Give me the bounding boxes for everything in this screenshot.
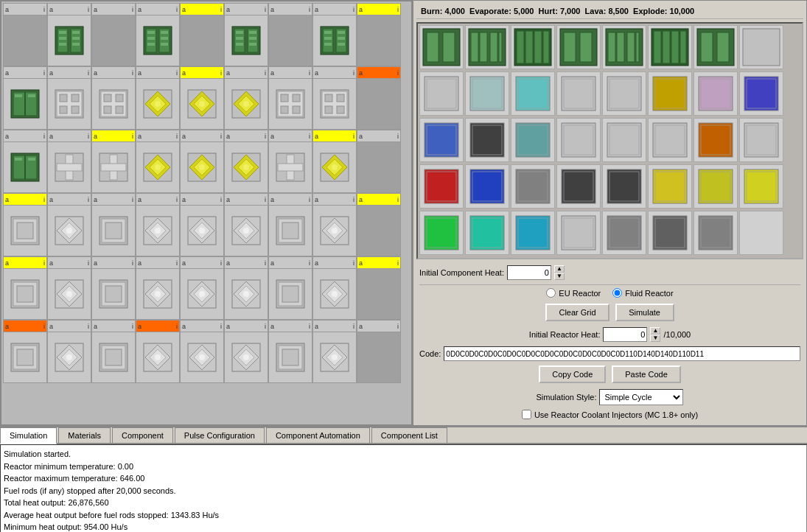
reactor-cell-4-3[interactable]: a i (136, 256, 180, 320)
reactor-cell-3-4[interactable]: a i (180, 193, 224, 256)
reactor-cell-0-1[interactable]: a i (47, 3, 91, 66)
palette-item-1-6[interactable] (694, 71, 738, 116)
reactor-heat-input[interactable] (603, 327, 647, 342)
palette-item-2-0[interactable] (419, 118, 464, 162)
clear-grid-button[interactable]: Clear Grid (545, 304, 609, 321)
palette-item-4-2[interactable] (511, 211, 555, 255)
tab-materials[interactable]: Materials (58, 427, 111, 443)
reactor-cell-2-1[interactable]: a i (47, 130, 91, 193)
coolant-checkbox[interactable] (522, 410, 531, 419)
palette-item-1-3[interactable] (556, 71, 601, 116)
palette-item-2-4[interactable] (602, 118, 646, 162)
palette-item-0-0[interactable] (419, 25, 464, 69)
reactor-cell-3-0[interactable]: a i (3, 193, 47, 256)
reactor-cell-5-5[interactable]: a i (224, 320, 268, 383)
reactor-cell-5-3[interactable]: a i (136, 320, 180, 383)
palette-item-4-1[interactable] (465, 211, 509, 255)
palette-item-2-5[interactable] (648, 118, 692, 162)
palette-item-3-7[interactable] (739, 164, 783, 209)
palette-item-2-2[interactable] (511, 118, 555, 162)
palette-item-2-6[interactable] (694, 118, 738, 162)
reactor-cell-4-1[interactable]: a i (47, 256, 91, 320)
reactor-cell-1-7[interactable]: a i (312, 66, 357, 130)
reactor-cell-2-0[interactable]: a i (3, 130, 47, 193)
reactor-heat-spinner-up[interactable]: ▲ (650, 327, 660, 335)
palette-item-4-6[interactable] (694, 211, 738, 255)
reactor-cell-4-8[interactable]: a i (357, 256, 401, 320)
copy-code-button[interactable]: Copy Code (539, 365, 606, 383)
eu-reactor-label[interactable]: EU Reactor (546, 288, 601, 298)
palette-item-2-3[interactable] (556, 118, 601, 162)
reactor-cell-2-5[interactable]: a i (224, 130, 268, 193)
palette-item-3-6[interactable] (694, 164, 738, 209)
reactor-cell-1-2[interactable]: a i (91, 66, 136, 130)
reactor-cell-5-6[interactable]: a i (268, 320, 312, 383)
reactor-cell-2-3[interactable]: a i (136, 130, 180, 193)
reactor-cell-3-5[interactable]: a i (224, 193, 268, 256)
fluid-reactor-label[interactable]: Fluid Reactor (612, 288, 673, 298)
palette-item-1-5[interactable] (648, 71, 692, 116)
reactor-cell-3-7[interactable]: a i (312, 193, 357, 256)
reactor-cell-4-5[interactable]: a i (224, 256, 268, 320)
heat-spinner-up[interactable]: ▲ (554, 265, 565, 273)
palette-item-4-5[interactable] (648, 211, 692, 255)
palette-item-1-2[interactable] (511, 71, 555, 116)
reactor-heat-spinner-down[interactable]: ▼ (650, 335, 660, 342)
code-input[interactable] (444, 346, 800, 361)
reactor-cell-2-7[interactable]: a i (312, 130, 357, 193)
tab-simulation[interactable]: Simulation (0, 427, 57, 444)
reactor-cell-3-8[interactable]: a i (357, 193, 401, 256)
reactor-cell-0-5[interactable]: a i (224, 3, 268, 66)
reactor-cell-4-4[interactable]: a i (180, 256, 224, 320)
palette-item-0-2[interactable] (511, 25, 555, 69)
reactor-cell-1-3[interactable]: a i (136, 66, 180, 130)
reactor-cell-2-8[interactable]: a i (357, 130, 401, 193)
reactor-cell-1-0[interactable]: a i (3, 66, 47, 130)
palette-item-0-7[interactable] (739, 25, 783, 69)
tab-component-list[interactable]: Component List (371, 427, 447, 443)
reactor-cell-3-3[interactable]: a i (136, 193, 180, 256)
reactor-cell-3-6[interactable]: a i (268, 193, 312, 256)
palette-item-0-3[interactable] (556, 25, 601, 69)
palette-item-0-5[interactable] (648, 25, 692, 69)
reactor-cell-3-1[interactable]: a i (47, 193, 91, 256)
reactor-cell-0-3[interactable]: a i (136, 3, 180, 66)
reactor-cell-4-0[interactable]: a i (3, 256, 47, 320)
palette-item-3-2[interactable] (511, 164, 555, 209)
reactor-cell-0-0[interactable]: a i (3, 3, 47, 66)
reactor-cell-5-8[interactable]: a i (357, 320, 401, 383)
reactor-cell-0-4[interactable]: a i (180, 3, 224, 66)
reactor-cell-1-5[interactable]: a i (224, 66, 268, 130)
palette-item-1-7[interactable] (739, 71, 783, 116)
palette-item-2-7[interactable] (739, 118, 783, 162)
reactor-cell-4-7[interactable]: a i (312, 256, 357, 320)
reactor-cell-4-2[interactable]: a i (91, 256, 136, 320)
reactor-cell-2-6[interactable]: a i (268, 130, 312, 193)
palette-item-0-6[interactable] (694, 25, 738, 69)
initial-heat-input[interactable] (507, 265, 551, 280)
reactor-cell-0-8[interactable]: a i (357, 3, 401, 66)
palette-item-0-4[interactable] (602, 25, 646, 69)
reactor-cell-1-1[interactable]: a i (47, 66, 91, 130)
reactor-cell-5-7[interactable]: a i (312, 320, 357, 383)
reactor-cell-0-7[interactable]: a i (312, 3, 357, 66)
tab-component[interactable]: Component (112, 427, 173, 443)
paste-code-button[interactable]: Paste Code (612, 365, 680, 383)
reactor-cell-2-4[interactable]: a i (180, 130, 224, 193)
palette-item-0-1[interactable] (465, 25, 509, 69)
palette-item-4-0[interactable] (419, 211, 464, 255)
palette-item-2-1[interactable] (465, 118, 509, 162)
reactor-cell-5-2[interactable]: a i (91, 320, 136, 383)
eu-reactor-radio[interactable] (546, 288, 556, 298)
palette-item-4-4[interactable] (602, 211, 646, 255)
palette-item-3-3[interactable] (556, 164, 601, 209)
reactor-cell-3-2[interactable]: a i (91, 193, 136, 256)
palette-item-1-4[interactable] (602, 71, 646, 116)
reactor-cell-5-4[interactable]: a i (180, 320, 224, 383)
palette-item-3-1[interactable] (465, 164, 509, 209)
reactor-cell-1-4[interactable]: a i (180, 66, 224, 130)
reactor-cell-4-6[interactable]: a i (268, 256, 312, 320)
reactor-cell-5-1[interactable]: a i (47, 320, 91, 383)
reactor-cell-1-6[interactable]: a i (268, 66, 312, 130)
heat-spinner-down[interactable]: ▼ (554, 273, 565, 280)
